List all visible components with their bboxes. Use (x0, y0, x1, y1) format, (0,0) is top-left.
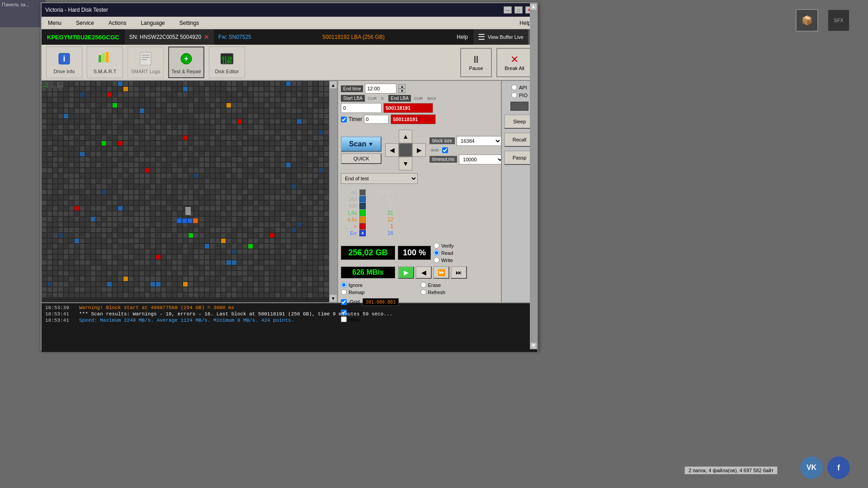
diamond-right[interactable]: ▶ (412, 143, 426, 157)
scan-button[interactable]: Scan ▼ (341, 136, 382, 152)
mode-radio-group: Verify Read Write (434, 243, 454, 263)
start-lba-input[interactable] (341, 103, 382, 113)
menu-item-menu[interactable]: Menu (45, 19, 64, 27)
time-spin[interactable]: ▲ ▼ (398, 84, 406, 93)
erase-option[interactable]: Erase (420, 282, 499, 288)
end-time-input[interactable] (365, 84, 396, 94)
erase-radio[interactable] (420, 282, 426, 288)
remap-option[interactable]: Remap (341, 289, 419, 295)
end-of-test-select[interactable]: End of test (341, 173, 418, 184)
vk-icon[interactable]: VK (800, 456, 823, 479)
timeout-select[interactable]: 10000 5000 3000 (459, 155, 504, 164)
end-lba-input[interactable] (383, 103, 433, 113)
block-size-select[interactable]: 16384 8192 4096 (457, 136, 502, 146)
dark-toggle[interactable] (510, 102, 528, 111)
refresh-option[interactable]: Refresh (420, 289, 499, 295)
grid-checkbox[interactable] (341, 299, 347, 305)
minimize-button[interactable]: — (504, 6, 512, 14)
read-radio[interactable] (434, 250, 439, 256)
menu-item-language[interactable]: Language (138, 19, 167, 27)
pio-radio[interactable] (511, 92, 517, 98)
log-text-1: *** Scan results: Warnings - 19, errors … (79, 311, 392, 317)
play-button[interactable]: ▶ (398, 266, 414, 279)
diamond-left[interactable]: ◀ (385, 143, 399, 157)
menu-item-actions[interactable]: Actions (106, 19, 129, 27)
stat-row-1.6s: 1,6s 31 (341, 210, 498, 216)
end-button[interactable]: ⏭ (451, 266, 467, 279)
menu-item-settings[interactable]: Settings (177, 19, 202, 27)
timer-end-input[interactable] (391, 114, 436, 124)
write-option[interactable]: Write (434, 257, 454, 263)
verify-option[interactable]: Verify (434, 243, 454, 249)
log-scroll-down-btn[interactable]: ▼ (530, 342, 537, 349)
diamond-down[interactable]: ▼ (399, 157, 412, 170)
diamond-empty-2 (412, 130, 426, 143)
svg-text:+: + (184, 55, 188, 62)
cur-label-1: CUR (367, 96, 378, 101)
right-panel: End time ▲ ▼ Start LBA CUR 0 End LBA CUR… (338, 81, 501, 302)
block-size-row: block size 16384 8192 4096 (429, 136, 504, 146)
test-repair-button[interactable]: + Test & Repair (168, 47, 204, 78)
pio-option[interactable]: PIO (511, 92, 528, 98)
refresh-radio[interactable] (420, 289, 426, 295)
verify-label: Verify (441, 243, 454, 249)
api-radio[interactable] (511, 84, 517, 90)
disk-editor-icon: 0110 1100 (219, 51, 235, 67)
disk-editor-button[interactable]: 0110 1100 Disk Editor (209, 47, 245, 78)
diamond-nav: ▲ ◀ ▶ ▼ (385, 130, 426, 170)
smart-button[interactable]: S.M.A.R.T (87, 47, 123, 78)
timer-checkbox[interactable] (341, 117, 347, 122)
svg-rect-3 (102, 53, 105, 62)
drive-close-icon[interactable]: ✕ (204, 33, 209, 41)
scroll-down-arrow[interactable]: ▼ (329, 294, 337, 302)
quick-button[interactable]: QUICK (341, 153, 382, 164)
ignore-option[interactable]: Ignore (341, 282, 419, 288)
stat-val-160: 67 (368, 196, 393, 202)
mbs-display: 626 MB/s (341, 267, 395, 278)
fb-icon[interactable]: f (827, 456, 850, 479)
stat-color-40 (359, 189, 366, 196)
log-scroll-track[interactable] (530, 302, 537, 342)
stat-color-err: X (359, 230, 366, 236)
hints-row[interactable]: Hints (341, 316, 498, 322)
auto-row: auto (429, 147, 504, 153)
grid-label: Grid (349, 299, 360, 305)
end-lba-label: End LBA (388, 95, 410, 102)
menu-item-service[interactable]: Service (73, 19, 97, 27)
scroll-track[interactable] (329, 89, 337, 294)
lba-input-row (341, 103, 498, 113)
view-buffer-button[interactable]: ☰ View Buffer Live (473, 29, 528, 45)
diamond-center[interactable] (399, 143, 412, 157)
remap-radio[interactable] (341, 289, 347, 295)
spin-down[interactable]: ▼ (398, 89, 406, 93)
title-bar-left: Victoria - Hard Disk Tester (45, 7, 108, 13)
svg-text:i: i (63, 54, 65, 63)
fast-forward-button[interactable]: ⏩ (433, 266, 449, 279)
log-scrollbar[interactable]: ▲ ▼ (530, 302, 537, 349)
spin-up[interactable]: ▲ (398, 84, 406, 89)
start-lba-label: Start LBA (341, 95, 365, 102)
scroll-vertical[interactable]: ▲ ▼ (329, 81, 337, 302)
hints-checkbox[interactable] (341, 316, 347, 322)
lba-section: End time ▲ ▼ Start LBA CUR 0 End LBA CUR… (341, 84, 498, 124)
read-option[interactable]: Read (434, 250, 454, 256)
scroll-up-arrow[interactable]: ▲ (329, 81, 337, 89)
start-lba-row: Start LBA CUR 0 End LBA CUR MAX (341, 95, 498, 102)
diamond-up[interactable]: ▲ (399, 130, 412, 143)
maximize-button[interactable]: □ (514, 6, 523, 14)
timer-start-input[interactable] (364, 115, 389, 124)
drive-info-button[interactable]: i Drive Info (46, 47, 82, 78)
api-pio-group: API PIO (511, 84, 528, 98)
auto-checkbox[interactable] (442, 147, 448, 153)
svg-rect-2 (99, 55, 101, 62)
pause-button[interactable]: ⏸ Pause (460, 48, 492, 77)
help-button[interactable]: Help (451, 29, 473, 45)
break-all-button[interactable]: ✕ Break All (496, 48, 533, 77)
smart-logs-button[interactable]: SMART Logs (127, 47, 164, 78)
api-option[interactable]: API (511, 84, 527, 90)
ignore-radio[interactable] (341, 282, 347, 288)
verify-radio[interactable] (434, 243, 439, 249)
rewind-button[interactable]: ◀ (415, 266, 432, 279)
stat-threshold-1.6s: 1,6s (341, 210, 357, 216)
write-radio[interactable] (434, 257, 439, 263)
